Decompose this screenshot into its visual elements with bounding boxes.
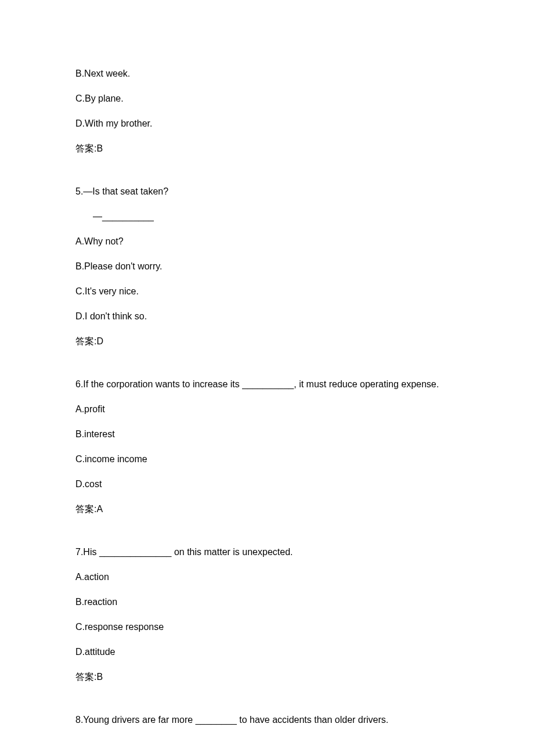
q6-option-c: C.income income (75, 452, 459, 466)
q6-option-d: D.cost (75, 477, 459, 491)
q6-answer: 答案:A (75, 502, 459, 516)
q5-prompt: 5.—Is that seat taken? (75, 185, 459, 199)
q5-option-b: B.Please don't worry. (75, 260, 459, 273)
q4-option-b: B.Next week. (75, 67, 459, 81)
q8-prompt: 8.Young drivers are far more ________ to… (75, 713, 459, 727)
q7-option-b: B.reaction (75, 595, 459, 609)
q7-answer: 答案:B (75, 670, 459, 684)
q5-answer: 答案:D (75, 334, 459, 348)
q7-prompt: 7.His ______________ on this matter is u… (75, 545, 459, 559)
q5-option-a: A.Why not? (75, 235, 459, 249)
q5-option-c: C.It's very nice. (75, 285, 459, 298)
q4-option-d: D.With my brother. (75, 117, 459, 131)
q5-option-d: D.I don't think so. (75, 309, 459, 323)
q7-option-c: C.response response (75, 620, 459, 634)
q4-answer: 答案:B (75, 142, 459, 156)
q7-option-d: D.attitude (75, 645, 459, 659)
q6-option-b: B.interest (75, 427, 459, 441)
q5-sub: —__________ (75, 210, 459, 224)
q7-option-a: A.action (75, 570, 459, 584)
q4-option-c: C.By plane. (75, 92, 459, 106)
q6-prompt: 6.If the corporation wants to increase i… (75, 377, 459, 391)
q6-option-a: A.profit (75, 402, 459, 416)
